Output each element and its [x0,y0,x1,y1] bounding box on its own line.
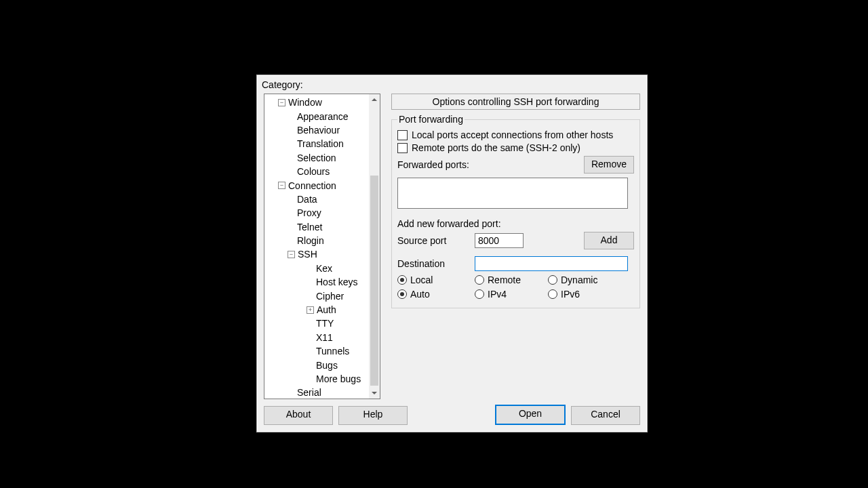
tree-item-connection[interactable]: −Connection [264,178,369,192]
tree-item-label: Connection [288,180,336,191]
collapse-icon[interactable]: − [278,99,285,106]
destination-input[interactable] [475,256,628,271]
tree-item-colours[interactable]: Colours [264,165,369,178]
radio-label-remote: Remote [488,274,521,285]
tree-item-x11[interactable]: X11 [264,331,369,344]
radio-local[interactable] [397,275,407,285]
tree-item-data[interactable]: Data [264,192,369,206]
tree-item-tty[interactable]: TTY [264,317,369,330]
destination-label: Destination [397,258,475,269]
radio-label-local: Local [410,274,433,285]
tree-item-label: Host keys [316,277,357,287]
source-port-label: Source port [397,235,475,246]
scrollbar-thumb[interactable] [370,176,378,386]
radio-dynamic[interactable] [548,275,557,285]
tree-item-label: SSH [298,249,317,260]
group-legend: Port forwarding [397,114,465,125]
help-button[interactable]: Help [338,406,408,425]
tree-item-label: Proxy [297,207,321,218]
remove-button[interactable]: Remove [584,156,634,174]
collapse-icon[interactable]: − [278,182,285,189]
tree-item-ssh[interactable]: −SSH [264,247,369,261]
radio-auto[interactable] [397,289,407,299]
tree-item-label: Serial [297,387,321,398]
text-cursor-icon [656,291,656,302]
tree-item-label: Kex [316,263,332,274]
forwarded-ports-list[interactable] [397,178,628,209]
scroll-down-button[interactable] [369,388,380,399]
tree-item-label: Selection [297,152,336,163]
checkbox-remote-same[interactable] [397,143,408,153]
tree-item-label: X11 [316,332,333,343]
category-label: Category: [262,79,303,90]
collapse-icon[interactable]: − [288,251,295,258]
category-tree: −WindowAppearanceBehaviourTranslationSel… [264,94,380,399]
tree-item-window[interactable]: −Window [264,96,369,109]
panel-title: Options controlling SSH port forwarding [391,94,640,110]
add-button[interactable]: Add [584,232,634,249]
options-panel: Options controlling SSH port forwarding … [391,94,640,398]
expand-icon[interactable]: + [307,306,314,314]
source-port-input[interactable] [475,233,524,248]
chevron-up-icon [372,98,377,101]
tree-item-more-bugs[interactable]: More bugs [264,372,369,386]
tree-scrollbar[interactable] [369,94,380,399]
tree-item-auth[interactable]: +Auth [264,303,369,317]
tree-item-host-keys[interactable]: Host keys [264,275,369,289]
tree-item-label: Bugs [316,360,338,371]
radio-label-ipv4: IPv4 [488,289,507,300]
tree-item-label: Behaviour [297,125,340,136]
tree-item-label: Cipher [316,291,344,302]
tree-item-label: Translation [297,138,344,149]
tree-item-appearance[interactable]: Appearance [264,109,369,123]
radio-ipv6[interactable] [548,289,557,299]
tree-item-cipher[interactable]: Cipher [264,289,369,302]
about-button[interactable]: About [264,406,333,425]
tree-item-proxy[interactable]: Proxy [264,206,369,220]
tree-item-tunnels[interactable]: Tunnels [264,344,369,358]
tree-item-label: Colours [297,166,330,177]
tree-item-translation[interactable]: Translation [264,137,369,150]
tree-item-bugs[interactable]: Bugs [264,358,369,371]
putty-config-dialog: Category: −WindowAppearanceBehaviourTran… [256,75,648,432]
open-button[interactable]: Open [495,405,566,425]
tree-item-label: TTY [316,318,334,329]
checkbox-local-accept-label: Local ports accept connections from othe… [412,129,613,140]
radio-remote[interactable] [475,275,484,285]
tree-item-telnet[interactable]: Telnet [264,220,369,234]
radio-ipv4[interactable] [475,289,484,299]
forwarded-ports-label: Forwarded ports: [397,159,469,170]
tree-item-label: Tunnels [316,346,349,357]
radio-label-dynamic: Dynamic [561,274,597,285]
tree-item-label: Auth [317,304,336,315]
tree-item-label: Window [288,97,322,108]
tree-item-kex[interactable]: Kex [264,262,369,275]
tree-item-label: Data [297,194,317,205]
checkbox-remote-same-label: Remote ports do the same (SSH-2 only) [412,142,580,153]
scroll-up-button[interactable] [369,94,380,105]
cancel-button[interactable]: Cancel [571,406,640,425]
tree-item-rlogin[interactable]: Rlogin [264,234,369,247]
checkbox-local-accept[interactable] [397,130,408,140]
tree-item-label: More bugs [316,373,361,384]
radio-label-ipv6: IPv6 [561,289,580,300]
tree-item-behaviour[interactable]: Behaviour [264,123,369,137]
tree-item-label: Appearance [297,111,349,122]
port-forwarding-group: Port forwarding Local ports accept conne… [391,114,640,308]
tree-item-label: Rlogin [297,235,324,246]
radio-label-auto: Auto [410,289,430,300]
add-new-label: Add new forwarded port: [397,218,634,229]
chevron-down-icon [372,392,377,394]
tree-item-selection[interactable]: Selection [264,151,369,165]
tree-item-serial[interactable]: Serial [264,386,369,399]
tree-item-label: Telnet [297,222,322,232]
